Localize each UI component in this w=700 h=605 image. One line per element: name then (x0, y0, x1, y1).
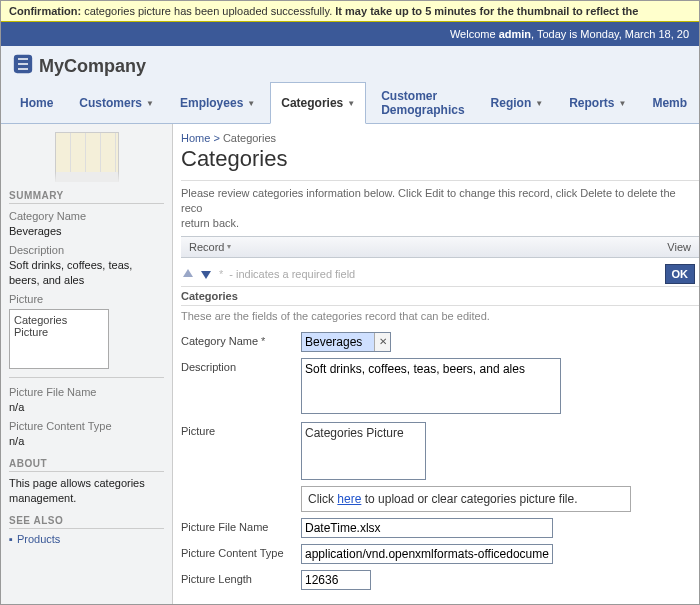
seealso-products-link[interactable]: ▪ Products (9, 533, 164, 545)
picture-filename-input[interactable] (301, 518, 553, 538)
summary-desc-label: Description (9, 244, 164, 256)
summary-pct-label: Picture Content Type (9, 420, 164, 432)
picture-contenttype-label: Picture Content Type (181, 544, 301, 559)
summary-picture-label: Picture (9, 293, 164, 305)
summary-pfn-value: n/a (9, 400, 164, 414)
main-tabs: Home Customers▼ Employees▼ Categories▼ C… (1, 81, 699, 124)
picture-label: Picture (181, 422, 301, 437)
summary-heading: SUMMARY (9, 190, 164, 204)
confirmation-body: categories picture has been uploaded suc… (81, 5, 335, 17)
welcome-pre: Welcome (450, 28, 499, 40)
summary-pfn-label: Picture File Name (9, 386, 164, 398)
about-text: This page allows categories management. (9, 476, 164, 505)
welcome-bar: Welcome admin, Today is Monday, March 18… (1, 22, 699, 46)
seealso-heading: SEE ALSO (9, 515, 164, 529)
arrow-up-icon[interactable] (181, 267, 195, 281)
page-info: Please review categories information bel… (181, 180, 699, 236)
main-content: Home > Categories Categories Please revi… (173, 124, 699, 605)
sidebar: SUMMARY Category Name Beverages Descript… (1, 124, 173, 605)
tab-members[interactable]: Memb (641, 82, 698, 124)
description-textarea[interactable]: Soft drinks, coffees, teas, beers, and a… (301, 358, 561, 414)
upload-link[interactable]: here (337, 492, 361, 506)
picture-length-label: Picture Length (181, 570, 301, 585)
description-label: Description (181, 358, 301, 373)
tab-customers[interactable]: Customers▼ (68, 82, 165, 124)
upload-note: Click here to upload or clear categories… (301, 486, 631, 512)
view-dropdown[interactable]: View (667, 241, 691, 253)
chevron-down-icon: ▼ (619, 99, 627, 108)
chevron-down-icon: ▼ (247, 99, 255, 108)
picture-filename-label: Picture File Name (181, 518, 301, 533)
summary-pct-value: n/a (9, 434, 164, 448)
chevron-down-icon: ▼ (146, 99, 154, 108)
picture-length-input[interactable] (301, 570, 371, 590)
summary-picture-box: Categories Picture (9, 309, 109, 369)
tab-customer-demographics[interactable]: Customer Demographics (370, 82, 475, 124)
tab-region[interactable]: Region▼ (480, 82, 555, 124)
record-toolbar: Record▾ View (181, 236, 699, 258)
chevron-down-icon: ▼ (347, 99, 355, 108)
chevron-down-icon: ▼ (535, 99, 543, 108)
confirmation-prefix: Confirmation: (9, 5, 81, 17)
confirmation-emphasis: It may take up to 5 minutes for the thum… (335, 5, 638, 17)
picture-display: Categories Picture (301, 422, 426, 480)
breadcrumb-home[interactable]: Home (181, 132, 210, 144)
form-section-title: Categories (181, 286, 699, 306)
breadcrumb-current: Categories (223, 132, 276, 144)
clear-icon[interactable]: ✕ (374, 333, 390, 351)
brand-name: MyCompany (39, 56, 146, 77)
tab-employees[interactable]: Employees▼ (169, 82, 266, 124)
tab-reports[interactable]: Reports▼ (558, 82, 637, 124)
category-name-input[interactable] (302, 333, 374, 351)
record-dropdown[interactable]: Record▾ (189, 241, 231, 253)
tab-home[interactable]: Home (9, 82, 64, 124)
category-thumb-icon (55, 132, 119, 182)
brand-icon (13, 54, 33, 79)
confirmation-bar: Confirmation: categories picture has bee… (1, 1, 699, 22)
required-hint: - indicates a required field (229, 268, 355, 280)
chevron-down-icon: ▾ (227, 242, 231, 251)
form-section-desc: These are the fields of the categories r… (181, 306, 699, 332)
summary-catname-label: Category Name (9, 210, 164, 222)
tab-categories[interactable]: Categories▼ (270, 82, 366, 124)
welcome-post: , Today is Monday, March 18, 20 (531, 28, 689, 40)
brand-area: MyCompany (1, 46, 699, 81)
page-title: Categories (181, 146, 699, 172)
arrow-down-icon[interactable] (199, 267, 213, 281)
welcome-user: admin (499, 28, 531, 40)
summary-desc-value: Soft drinks, coffees, teas, beers, and a… (9, 258, 164, 287)
breadcrumb: Home > Categories (181, 132, 699, 144)
picture-contenttype-input[interactable] (301, 544, 553, 564)
summary-catname-value: Beverages (9, 224, 164, 238)
ok-button[interactable]: OK (665, 264, 696, 284)
category-name-label: Category Name * (181, 332, 301, 347)
about-heading: ABOUT (9, 458, 164, 472)
bullet-icon: ▪ (9, 533, 13, 545)
